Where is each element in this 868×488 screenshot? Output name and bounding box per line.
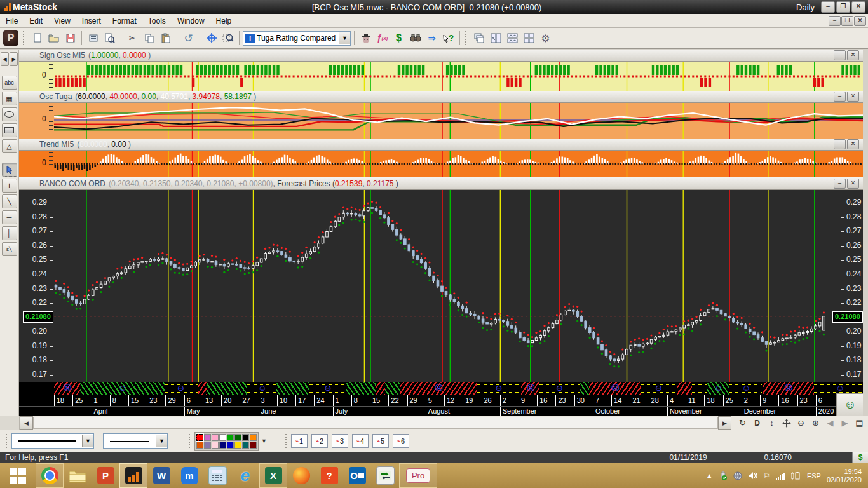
- menu-help[interactable]: Help: [210, 15, 238, 27]
- combo-dropdown-arrow[interactable]: ▼: [82, 435, 93, 447]
- menu-view[interactable]: View: [48, 15, 76, 27]
- color-swatch[interactable]: [219, 442, 226, 449]
- taskbar-file-explorer[interactable]: [64, 463, 92, 488]
- zoom-preset-3-button[interactable]: ⌁3: [332, 434, 348, 448]
- price-chart-panel[interactable]: 0.290.280.270.260.250.240.230.220.210.20…: [19, 190, 863, 416]
- tile-horizontal-button[interactable]: [505, 30, 520, 46]
- color-swatch[interactable]: [234, 442, 241, 449]
- taskbar-downloader[interactable]: [371, 463, 399, 488]
- panel-header-osc-tuga[interactable]: Osc Tuga (60.0000, 40.0000, 0.00, 40.570…: [19, 91, 863, 103]
- pan-button[interactable]: [779, 417, 794, 429]
- color-swatch[interactable]: [250, 434, 257, 441]
- taskbar-firefox[interactable]: [287, 463, 315, 488]
- tray-clock[interactable]: 19:54 02/01/2020: [827, 468, 862, 484]
- taskbar-chrome[interactable]: [36, 463, 64, 488]
- indicator-quicklist-combo[interactable]: f Tuga Rating Compared ▼: [243, 31, 351, 46]
- menu-insert[interactable]: Insert: [76, 15, 107, 27]
- zoom-preset-5-button[interactable]: ⌁5: [372, 434, 389, 448]
- combo-dropdown-arrow[interactable]: ▼: [156, 435, 167, 447]
- tile-vertical-button[interactable]: [488, 30, 504, 46]
- window-minimize-button[interactable]: –: [821, 1, 835, 13]
- candlestick-plot[interactable]: [54, 190, 826, 382]
- child-close-button[interactable]: ✕: [854, 16, 866, 26]
- zoom-preset-4-button[interactable]: ⌁4: [352, 434, 369, 448]
- tray-language[interactable]: ESP: [807, 472, 821, 480]
- color-swatch[interactable]: [242, 434, 249, 441]
- color-swatch[interactable]: [204, 442, 211, 449]
- taskbar-help[interactable]: ?: [315, 463, 343, 488]
- color-swatch[interactable]: [212, 442, 219, 449]
- options-gear-button[interactable]: ⚙: [538, 30, 553, 46]
- action-center-flag-icon[interactable]: ⚐: [763, 471, 770, 480]
- scroll-right-tool[interactable]: ▶: [10, 52, 18, 66]
- copy-button[interactable]: [141, 30, 157, 46]
- zoom-area-button[interactable]: [220, 30, 236, 46]
- expert-advisor-button[interactable]: [358, 30, 374, 46]
- triangle-tool[interactable]: △: [2, 139, 17, 153]
- line-weight-combo[interactable]: ▼: [103, 433, 168, 449]
- scrollbar-track[interactable]: [33, 417, 718, 429]
- chart-menu-button[interactable]: ▤: [852, 417, 867, 429]
- taskbar-calculator[interactable]: [203, 463, 231, 488]
- zoom-preset-2-button[interactable]: ⌁2: [311, 434, 328, 448]
- signal-icon[interactable]: [776, 472, 785, 480]
- crosshair-pointer-tool[interactable]: +: [2, 179, 17, 193]
- network-icon[interactable]: [733, 471, 742, 480]
- panel-minimize-button[interactable]: –: [834, 50, 846, 60]
- scroll-right-button[interactable]: ▶: [718, 416, 731, 430]
- taskbar-powerpoint[interactable]: P: [92, 463, 119, 488]
- crosshair-tool-button[interactable]: [203, 30, 219, 46]
- pointer-tool[interactable]: [2, 163, 17, 177]
- taskbar-outlook[interactable]: O: [343, 463, 371, 488]
- color-swatch[interactable]: [250, 442, 257, 449]
- zoom-out-button[interactable]: ⊖: [794, 417, 808, 429]
- volume-icon[interactable]: [748, 471, 757, 480]
- color-swatch[interactable]: [234, 434, 241, 441]
- color-swatch[interactable]: [204, 434, 211, 441]
- fit-vertical-button[interactable]: ↕: [764, 417, 779, 429]
- paste-button[interactable]: [158, 30, 173, 46]
- taskbar-internet-explorer[interactable]: e: [231, 463, 259, 488]
- page-prev-button[interactable]: ◀: [823, 417, 837, 429]
- color-swatch[interactable]: [196, 434, 203, 441]
- menu-window[interactable]: Window: [172, 15, 210, 27]
- cut-button[interactable]: ✂: [125, 30, 140, 46]
- osc-tuga-plot[interactable]: [54, 103, 863, 139]
- scroll-left-tool[interactable]: ◀: [1, 52, 9, 66]
- ellipse-tool[interactable]: [2, 107, 17, 121]
- zoom-in-button[interactable]: ⊕: [808, 417, 823, 429]
- panel-close-button[interactable]: ✕: [847, 139, 859, 149]
- start-button[interactable]: [0, 463, 36, 488]
- taskbar-maxthon[interactable]: m: [175, 463, 203, 488]
- context-help-button[interactable]: ?: [440, 30, 456, 46]
- new-chart-button[interactable]: [29, 30, 45, 46]
- system-tester-button[interactable]: $: [391, 30, 407, 46]
- window-close-button[interactable]: ✕: [851, 1, 865, 13]
- downloader-button[interactable]: ⇒: [424, 30, 440, 46]
- panel-header-banco-com-ord[interactable]: BANCO COM ORD (0.20340, 0.21350, 0.20340…: [19, 177, 863, 190]
- panel-close-button[interactable]: ✕: [847, 92, 859, 102]
- child-minimize-button[interactable]: –: [829, 16, 841, 26]
- refresh-button[interactable]: ↻: [735, 417, 750, 429]
- taskbar-word[interactable]: W: [147, 463, 175, 488]
- taskbar-metastock[interactable]: [119, 463, 147, 488]
- panel-header-sign-osc[interactable]: Sign Osc MI5 (1.00000, 0.0000 ) – ✕: [19, 50, 863, 62]
- tray-expand-icon[interactable]: ▲: [705, 471, 713, 480]
- menu-tools[interactable]: Tools: [142, 15, 172, 27]
- panel-minimize-button[interactable]: –: [834, 179, 846, 189]
- explorer-button[interactable]: [407, 30, 423, 46]
- zoom-preset-1-button[interactable]: ⌁1: [291, 434, 308, 448]
- child-restore-button[interactable]: ❐: [841, 16, 853, 26]
- trend-mi5-panel[interactable]: 0: [19, 151, 863, 177]
- text-tool[interactable]: abc: [2, 76, 17, 90]
- palette-dropdown-arrow[interactable]: ▼: [261, 438, 267, 444]
- panel-minimize-button[interactable]: –: [834, 92, 846, 102]
- taskbar-pro[interactable]: Pro: [399, 463, 437, 488]
- print-preview-button[interactable]: [102, 30, 118, 46]
- panel-close-button[interactable]: ✕: [847, 50, 859, 60]
- color-palette[interactable]: [194, 432, 259, 451]
- color-swatch[interactable]: [242, 442, 249, 449]
- battery-icon[interactable]: [791, 472, 801, 480]
- window-restore-button[interactable]: ❐: [836, 1, 850, 13]
- line-style-combo[interactable]: ▼: [11, 433, 94, 449]
